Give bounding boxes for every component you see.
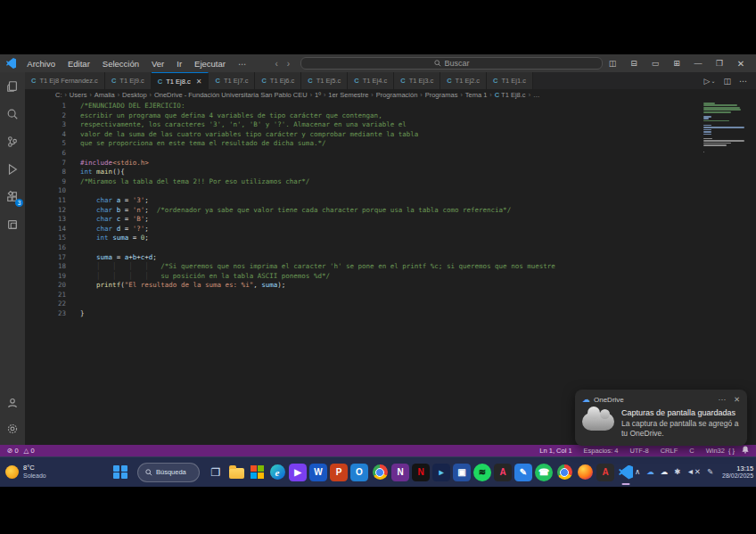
settings-gear-icon[interactable] xyxy=(5,422,20,436)
code-line[interactable]: 3respectivamente, los caracteres '3', 'n… xyxy=(25,120,756,130)
status-item-espacios4[interactable]: Espacios: 4 xyxy=(584,447,619,455)
breadcrumb-item[interactable]: 1er Semestre xyxy=(328,91,368,99)
onenote-icon[interactable]: N xyxy=(391,464,409,481)
forward-icon[interactable]: › xyxy=(287,59,290,69)
code-line[interactable]: 9/*Miramos la tabla del tema 2!! Por eso… xyxy=(25,177,756,187)
breadcrumb-item[interactable]: Users xyxy=(70,91,87,99)
status-item-utf8[interactable]: UTF-8 xyxy=(629,447,648,455)
code-line[interactable]: 2escribir un programa que defina 4 varia… xyxy=(25,111,756,121)
code-line[interactable]: 6 xyxy=(25,149,756,159)
minimap[interactable] xyxy=(703,103,744,153)
command-center-search[interactable]: Buscar xyxy=(300,57,603,70)
code-line[interactable]: 18 │ │ │ │ /*Si queremos que nos imprima… xyxy=(25,262,756,272)
taskbar-clock[interactable]: 13:15 28/02/2025 xyxy=(722,464,753,480)
breadcrumb-item[interactable]: Tema 1 xyxy=(465,91,488,99)
code-line[interactable]: 10 xyxy=(25,186,756,196)
code-line[interactable]: 23} xyxy=(25,309,756,319)
tab-t1-ej8-fernandez-c[interactable]: CT1 Ej8 Fernandez.c xyxy=(25,72,105,89)
tab-t1-ej2-c[interactable]: CT1 Ej2.c xyxy=(440,72,487,89)
task-view-button-icon[interactable]: ❐ xyxy=(207,464,225,481)
ms-store-icon[interactable] xyxy=(248,464,266,481)
status-item-ln1col1[interactable]: Ln 1, Col 1 xyxy=(539,447,571,455)
spotify-icon[interactable]: ≋ xyxy=(473,464,491,481)
customize-layout-icon[interactable]: ⊞ xyxy=(667,55,686,71)
run-file-button[interactable]: ▷⌄ xyxy=(704,77,716,86)
powerpoint-icon[interactable]: P xyxy=(330,464,348,481)
breadcrumb-item[interactable]: C: xyxy=(55,91,62,99)
breadcrumb-item[interactable]: Programas xyxy=(425,91,458,99)
chrome-icon[interactable] xyxy=(371,464,389,481)
tab-t1-ej7-c[interactable]: CT1 Ej7.c xyxy=(209,72,255,89)
media-player-icon[interactable]: ▶ xyxy=(289,464,307,481)
formatter-icon[interactable]: { } xyxy=(728,447,735,455)
toggle-panel-icon[interactable]: ⊟ xyxy=(624,55,644,71)
breadcrumb-item[interactable]: Amalia xyxy=(94,91,115,99)
breadcrumb-item[interactable]: 1º xyxy=(315,91,321,99)
outlook-icon[interactable]: O xyxy=(350,464,368,481)
code-line[interactable]: 14 char d = '?'; xyxy=(25,225,756,234)
breadcrumb-item[interactable]: … xyxy=(533,91,540,99)
breadcrumb-item[interactable]: Desktop xyxy=(122,91,147,99)
restore-button[interactable]: ❐ xyxy=(710,55,729,71)
errors-icon[interactable]: ⊘ 0 xyxy=(7,447,19,455)
split-editor-icon[interactable]: ◫ xyxy=(723,77,731,86)
netflix-icon[interactable]: N xyxy=(412,464,430,481)
whatsapp-icon[interactable]: ☎ xyxy=(535,464,553,481)
file-explorer-icon[interactable] xyxy=(227,464,245,481)
status-item-crlf[interactable]: CRLF xyxy=(661,447,678,455)
code-line[interactable]: 1/*ENUNCIADO DEL EJERCICIO: xyxy=(25,102,756,111)
code-line[interactable]: 4valor de la suma de las cuatro variable… xyxy=(25,130,756,140)
tab-t1-ej6-c[interactable]: CT1 Ej6.c xyxy=(255,72,301,89)
code-line[interactable]: 20 printf("El resultado de la suma es: %… xyxy=(25,281,756,291)
menu-item-[interactable]: ⋯ xyxy=(233,57,252,70)
search-sidebar-icon[interactable] xyxy=(5,107,20,121)
volume-muted-icon[interactable]: ◄✕ xyxy=(686,467,701,476)
toggle-sidebar-icon[interactable]: ◫ xyxy=(603,55,622,71)
warnings-icon[interactable]: △ 0 xyxy=(24,447,35,455)
run-debug-icon[interactable] xyxy=(5,162,20,177)
remote-explorer-icon[interactable] xyxy=(5,218,20,232)
pen-icon[interactable]: ✎ xyxy=(707,467,713,476)
onedrive-cloud-icon[interactable]: ☁ xyxy=(646,467,654,476)
code-line[interactable]: 21 xyxy=(25,291,756,300)
edge-icon[interactable]: e xyxy=(268,464,286,481)
tab-t1-ej9-c[interactable]: CT1 Ej9.c xyxy=(105,72,152,89)
tab-t1-ej8-c[interactable]: CT1 Ej8.c✕ xyxy=(152,72,210,89)
google-chrome-alt-icon[interactable] xyxy=(555,464,573,481)
code-line[interactable]: 11 char a = '3'; xyxy=(25,196,756,206)
breadcrumb-item[interactable]: Programación xyxy=(376,91,418,99)
code-line[interactable]: 5que se proporciona en este tema el resu… xyxy=(25,139,756,149)
word-icon[interactable]: W xyxy=(309,464,327,481)
cloud-icon[interactable]: ☁ xyxy=(661,467,669,476)
notification-close-icon[interactable]: ✕ xyxy=(734,395,740,404)
code-line[interactable]: 7#include<stdio.h> xyxy=(25,159,756,168)
onedrive-notification[interactable]: ☁ OneDrive ⋯ ✕ Capturas de pantalla guar… xyxy=(575,390,747,446)
acrobat-icon[interactable]: A xyxy=(596,464,614,481)
weather-widget[interactable]: 8°C Soleado xyxy=(5,464,111,480)
toggle-secondary-sidebar-icon[interactable]: ▭ xyxy=(645,55,665,71)
tray-expand-icon[interactable]: ∧ xyxy=(635,467,640,476)
code-line[interactable]: 17 suma = a+b+c+d; xyxy=(25,253,756,263)
adobe-express-icon[interactable]: A xyxy=(494,464,512,481)
tab-t1-ej1-c[interactable]: CT1 Ej1.c xyxy=(487,72,533,89)
menu-item-ejecutar[interactable]: Ejecutar xyxy=(189,57,231,70)
code-line[interactable]: 13 char c = 'B'; xyxy=(25,215,756,225)
code-line[interactable]: 19 │ │ │ │ su posición en la tabla ASCII… xyxy=(25,272,756,282)
extensions-icon[interactable]: 3 xyxy=(5,190,20,204)
tab-t1-ej5-c[interactable]: CT1 Ej5.c xyxy=(301,72,348,89)
menu-item-ver[interactable]: Ver xyxy=(146,57,169,70)
firefox-icon[interactable] xyxy=(576,464,594,481)
status-item-c[interactable]: C xyxy=(689,447,694,455)
breadcrumb-item[interactable]: OneDrive - Fundación Universitaria San P… xyxy=(154,91,308,99)
code-line[interactable]: 22 xyxy=(25,300,756,309)
menu-item-seleccin[interactable]: Selección xyxy=(97,57,144,70)
notifications-bell-icon[interactable] xyxy=(742,446,749,456)
explorer-icon[interactable] xyxy=(5,79,20,94)
notification-more-icon[interactable]: ⋯ xyxy=(718,395,726,404)
tab-t1-ej3-c[interactable]: CT1 Ej3.c xyxy=(394,72,440,89)
back-icon[interactable]: ‹ xyxy=(275,59,277,69)
code-line[interactable]: 16 xyxy=(25,243,756,253)
movies-tv-icon[interactable]: ▣ xyxy=(453,464,471,481)
tray-settings-icon[interactable]: ✱ xyxy=(674,467,680,476)
source-control-icon[interactable] xyxy=(5,135,20,149)
